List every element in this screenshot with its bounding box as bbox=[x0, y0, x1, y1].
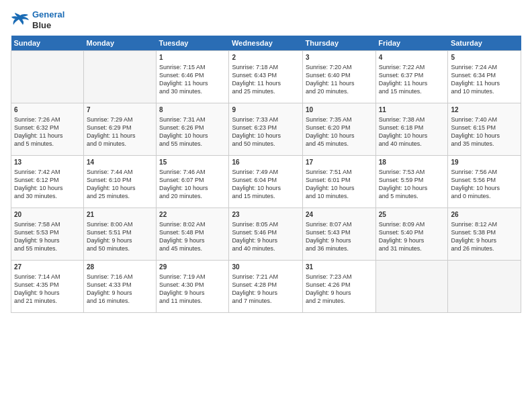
logo: GeneralBlue bbox=[11, 9, 64, 30]
day-info-text: and 15 minutes. bbox=[232, 192, 300, 200]
day-number: 10 bbox=[306, 105, 373, 115]
day-number: 27 bbox=[14, 263, 81, 272]
day-info-text: Sunrise: 7:14 AM bbox=[14, 273, 81, 281]
day-info-text: Daylight: 10 hours bbox=[159, 132, 226, 140]
calendar-cell bbox=[375, 261, 448, 313]
day-info-text: Daylight: 11 hours bbox=[451, 79, 518, 87]
day-info-text: and 15 minutes. bbox=[379, 87, 445, 95]
col-header-monday: Monday bbox=[83, 36, 156, 51]
day-info-text: Daylight: 9 hours bbox=[379, 236, 445, 244]
day-info-text: and 40 minutes. bbox=[232, 244, 300, 253]
calendar-cell: 26Sunrise: 8:12 AMSunset: 5:38 PMDayligh… bbox=[448, 208, 521, 261]
day-info-text: Sunset: 5:48 PM bbox=[159, 228, 226, 236]
day-info-text: and 45 minutes. bbox=[159, 244, 226, 253]
day-info-text: Sunset: 5:40 PM bbox=[379, 228, 445, 236]
calendar-cell: 11Sunrise: 7:38 AMSunset: 6:18 PMDayligh… bbox=[375, 103, 448, 156]
day-info-text: and 55 minutes. bbox=[14, 244, 81, 253]
day-info-text: and 0 minutes. bbox=[451, 192, 518, 200]
day-number: 25 bbox=[379, 210, 445, 220]
calendar-cell: 17Sunrise: 7:51 AMSunset: 6:01 PMDayligh… bbox=[302, 156, 375, 208]
day-info-text: Sunrise: 7:38 AM bbox=[379, 116, 445, 124]
day-info-text: Sunset: 5:43 PM bbox=[306, 228, 373, 236]
day-info-text: and 16 minutes. bbox=[87, 297, 153, 305]
logo-icon bbox=[11, 13, 30, 28]
calendar-cell: 20Sunrise: 7:58 AMSunset: 5:53 PMDayligh… bbox=[11, 208, 84, 261]
day-info-text: Sunrise: 7:53 AM bbox=[379, 168, 445, 176]
day-info-text: Sunrise: 7:19 AM bbox=[159, 273, 226, 281]
calendar-cell: 14Sunrise: 7:44 AMSunset: 6:10 PMDayligh… bbox=[83, 156, 156, 208]
day-info-text: Sunrise: 7:40 AM bbox=[451, 116, 518, 124]
day-info-text: Daylight: 9 hours bbox=[232, 236, 300, 244]
day-info-text: and 50 minutes. bbox=[232, 140, 300, 148]
day-info-text: Sunset: 6:32 PM bbox=[14, 124, 81, 132]
day-info-text: Sunrise: 7:46 AM bbox=[159, 168, 226, 176]
day-info-text: Sunset: 6:04 PM bbox=[232, 176, 300, 184]
day-info-text: and 10 minutes. bbox=[451, 87, 518, 95]
day-info-text: Daylight: 10 hours bbox=[306, 132, 373, 140]
day-info-text: Daylight: 10 hours bbox=[451, 132, 518, 140]
day-info-text: Daylight: 10 hours bbox=[306, 184, 373, 192]
calendar-cell: 16Sunrise: 7:49 AMSunset: 6:04 PMDayligh… bbox=[229, 156, 303, 208]
col-header-tuesday: Tuesday bbox=[157, 36, 229, 51]
day-info-text: Sunrise: 7:18 AM bbox=[232, 63, 300, 71]
day-info-text: and 40 minutes. bbox=[379, 140, 445, 148]
day-info-text: Sunrise: 7:24 AM bbox=[451, 63, 518, 71]
calendar-cell bbox=[448, 261, 521, 313]
calendar-cell: 28Sunrise: 7:16 AMSunset: 4:33 PMDayligh… bbox=[83, 261, 156, 313]
day-info-text: and 5 minutes. bbox=[14, 140, 81, 148]
day-number: 20 bbox=[14, 210, 81, 220]
day-info-text: and 35 minutes. bbox=[451, 140, 518, 148]
day-info-text: Sunset: 6:26 PM bbox=[159, 124, 226, 132]
calendar-cell: 30Sunrise: 7:21 AMSunset: 4:28 PMDayligh… bbox=[229, 261, 303, 313]
calendar-cell: 23Sunrise: 8:05 AMSunset: 5:46 PMDayligh… bbox=[229, 208, 303, 261]
day-info-text: Daylight: 9 hours bbox=[14, 236, 81, 244]
day-number: 22 bbox=[159, 210, 226, 220]
day-info-text: Sunset: 5:38 PM bbox=[451, 228, 518, 236]
day-info-text: and 55 minutes. bbox=[159, 140, 226, 148]
day-info-text: Sunset: 5:46 PM bbox=[232, 228, 300, 236]
day-info-text: Daylight: 11 hours bbox=[306, 79, 373, 87]
day-info-text: Sunset: 6:18 PM bbox=[379, 124, 445, 132]
page-header: GeneralBlue bbox=[11, 9, 521, 30]
day-info-text: Daylight: 9 hours bbox=[306, 236, 373, 244]
day-info-text: Daylight: 11 hours bbox=[14, 132, 81, 140]
day-info-text: Daylight: 9 hours bbox=[159, 289, 226, 297]
column-headers-row: SundayMondayTuesdayWednesdayThursdayFrid… bbox=[11, 36, 521, 51]
day-info-text: Sunset: 6:15 PM bbox=[451, 124, 518, 132]
day-info-text: Sunset: 4:28 PM bbox=[232, 281, 300, 289]
calendar-cell: 8Sunrise: 7:31 AMSunset: 6:26 PMDaylight… bbox=[157, 103, 229, 156]
week-row-3: 13Sunrise: 7:42 AMSunset: 6:12 PMDayligh… bbox=[11, 156, 521, 208]
day-info-text: and 25 minutes. bbox=[232, 87, 300, 95]
day-info-text: and 2 minutes. bbox=[306, 297, 373, 305]
day-info-text: Sunrise: 7:26 AM bbox=[14, 116, 81, 124]
day-info-text: and 25 minutes. bbox=[87, 192, 153, 200]
day-number: 14 bbox=[87, 158, 153, 167]
day-info-text: Daylight: 9 hours bbox=[14, 289, 81, 297]
calendar-cell: 27Sunrise: 7:14 AMSunset: 4:35 PMDayligh… bbox=[11, 261, 84, 313]
calendar-body: 1Sunrise: 7:15 AMSunset: 6:46 PMDaylight… bbox=[11, 51, 521, 313]
day-info-text: Sunset: 6:46 PM bbox=[159, 71, 226, 79]
day-info-text: and 20 minutes. bbox=[159, 192, 226, 200]
week-row-2: 6Sunrise: 7:26 AMSunset: 6:32 PMDaylight… bbox=[11, 103, 521, 156]
day-info-text: Sunset: 6:07 PM bbox=[159, 176, 226, 184]
col-header-friday: Friday bbox=[375, 36, 448, 51]
day-info-text: Sunset: 6:29 PM bbox=[87, 124, 153, 132]
calendar-cell: 21Sunrise: 8:00 AMSunset: 5:51 PMDayligh… bbox=[83, 208, 156, 261]
day-number: 9 bbox=[232, 105, 300, 115]
day-info-text: Sunrise: 7:16 AM bbox=[87, 273, 153, 281]
calendar-cell: 13Sunrise: 7:42 AMSunset: 6:12 PMDayligh… bbox=[11, 156, 84, 208]
col-header-wednesday: Wednesday bbox=[229, 36, 303, 51]
day-info-text: Sunset: 4:30 PM bbox=[159, 281, 226, 289]
col-header-saturday: Saturday bbox=[448, 36, 521, 51]
day-number: 28 bbox=[87, 263, 153, 272]
day-number: 11 bbox=[379, 105, 445, 115]
day-info-text: Sunset: 6:23 PM bbox=[232, 124, 300, 132]
logo-text: GeneralBlue bbox=[32, 9, 64, 30]
col-header-thursday: Thursday bbox=[302, 36, 375, 51]
day-info-text: Sunset: 6:37 PM bbox=[379, 71, 445, 79]
week-row-4: 20Sunrise: 7:58 AMSunset: 5:53 PMDayligh… bbox=[11, 208, 521, 261]
day-info-text: Sunset: 6:20 PM bbox=[306, 124, 373, 132]
day-number: 16 bbox=[232, 158, 300, 167]
day-number: 17 bbox=[306, 158, 373, 167]
week-row-5: 27Sunrise: 7:14 AMSunset: 4:35 PMDayligh… bbox=[11, 261, 521, 313]
